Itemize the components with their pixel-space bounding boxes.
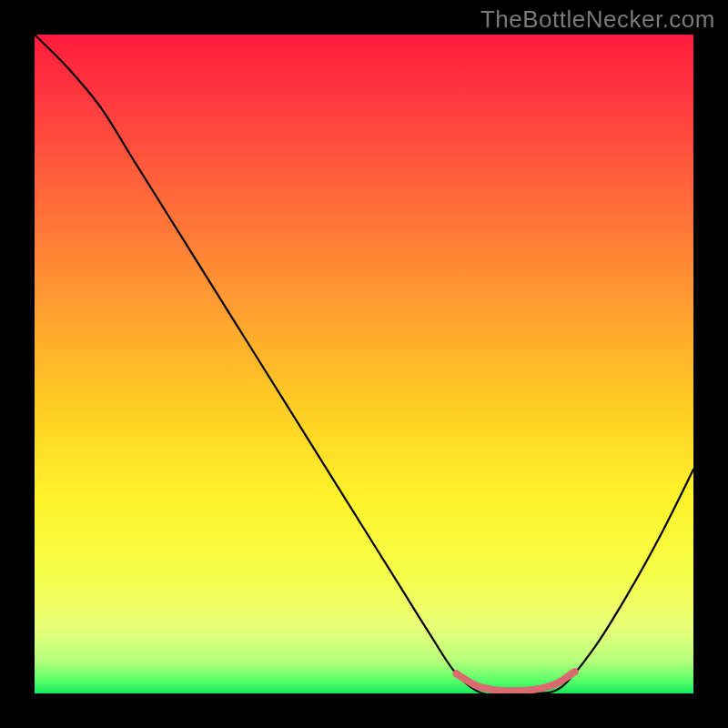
gradient-background [35, 35, 693, 693]
plot-area [35, 35, 693, 693]
chart-svg [35, 35, 693, 693]
chart-container: TheBottleNecker.com [0, 0, 728, 728]
watermark-label: TheBottleNecker.com [480, 5, 715, 34]
